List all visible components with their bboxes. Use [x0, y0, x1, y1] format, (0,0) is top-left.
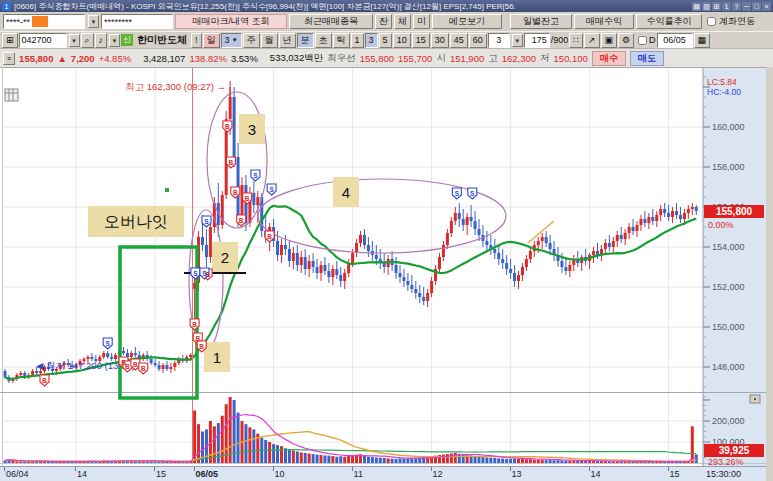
- balance-filter-button[interactable]: 잔: [375, 14, 392, 29]
- high-price: 162,300: [502, 53, 536, 64]
- chart-toolbar: ⊞ 042700 ▼ ⌕ ♪ ▼ 신 한미반도체 ! 일 3▼ 주 월 년 분 …: [0, 31, 773, 48]
- symbol-code-input[interactable]: 042700: [19, 33, 67, 48]
- svg-text:최고 162,300 (09:27) →: 최고 162,300 (09:27) →: [125, 81, 226, 92]
- price-change-pct: +4.85%: [99, 53, 132, 64]
- interval-dropdown-icon[interactable]: ▼: [512, 34, 523, 47]
- marker-letter: B: [229, 159, 234, 166]
- time-tick: [668, 467, 669, 471]
- svg-text:154,000: 154,000: [712, 242, 745, 252]
- svg-text:160,000: 160,000: [712, 122, 745, 132]
- svg-text:2: 2: [221, 249, 229, 266]
- memo-view-button[interactable]: 메모보기: [432, 14, 502, 29]
- minute-15-button[interactable]: 15: [412, 33, 430, 48]
- minimize-icon[interactable]: ─: [742, 2, 751, 11]
- trade-profit-button[interactable]: 매매수익: [574, 14, 634, 29]
- marker-letter: B: [225, 123, 230, 130]
- volume-value: 3,428,107: [143, 53, 185, 64]
- compare-icon[interactable]: ∷: [569, 33, 583, 48]
- unfilled-filter-button[interactable]: 미: [413, 14, 430, 29]
- buy-button[interactable]: 매수: [592, 51, 626, 66]
- layout-icon[interactable]: ⊞: [712, 2, 721, 11]
- minute-5-button[interactable]: 5: [379, 33, 392, 48]
- close-icon[interactable]: ×: [762, 2, 771, 11]
- password-input[interactable]: ********: [101, 14, 173, 29]
- time-axis[interactable]: 15:30:00 06/04141506/05101112131415: [0, 466, 766, 481]
- symbol-dropdown-icon[interactable]: ▼: [69, 34, 80, 47]
- time-tick: [510, 467, 511, 471]
- time-tick: [194, 467, 195, 471]
- svg-text:오버나잇: 오버나잇: [104, 213, 168, 230]
- svg-text:150,000: 150,000: [712, 322, 745, 332]
- recent-trades-button[interactable]: 최근매매종목: [289, 14, 373, 29]
- account-link-checkbox[interactable]: [707, 17, 716, 26]
- trade-amount: 533,032백만: [270, 52, 323, 65]
- new-listing-badge: 신: [121, 34, 133, 46]
- period-second-button[interactable]: 초: [315, 33, 332, 48]
- time-label: 12: [433, 469, 443, 479]
- settings-gear-icon[interactable]: ⚙: [618, 33, 634, 48]
- calendar-icon[interactable]: ▦: [694, 33, 711, 48]
- minute-3-button[interactable]: 3: [365, 33, 378, 48]
- time-label: 10: [275, 469, 285, 479]
- filled-filter-button[interactable]: 체: [394, 14, 411, 29]
- date-input[interactable]: 06/05: [657, 33, 693, 48]
- minute-1-button[interactable]: 1: [351, 33, 364, 48]
- period-day-button[interactable]: 일: [203, 33, 220, 48]
- minute-45-button[interactable]: 45: [450, 33, 468, 48]
- minute-30-button[interactable]: 30: [431, 33, 449, 48]
- group-1-icon[interactable]: 1: [722, 2, 731, 11]
- daily-balance-button[interactable]: 일별잔고: [510, 14, 572, 29]
- account-input[interactable]: ****-**: [3, 14, 85, 29]
- marker-letter: S: [193, 270, 198, 277]
- help-icon[interactable]: ?: [732, 2, 741, 11]
- time-tick: [154, 467, 155, 471]
- d-mode-label: D: [649, 35, 656, 45]
- time-label: 06/05: [196, 469, 219, 479]
- chart-area[interactable]: 최고 162,300 (09:27) →◀ 최저 147,200 (13:09)…: [0, 67, 773, 466]
- period-week-button[interactable]: 주: [243, 33, 260, 48]
- marker-letter: B: [141, 365, 146, 372]
- period-month-button[interactable]: 월: [261, 33, 278, 48]
- period-year-button[interactable]: 년: [279, 33, 296, 48]
- time-tick: [273, 467, 274, 471]
- marker-letter: S: [202, 270, 207, 277]
- time-tick: [75, 467, 76, 471]
- minute-10-button[interactable]: 10: [393, 33, 411, 48]
- marker-letter: B: [42, 377, 47, 384]
- trendline-icon[interactable]: ↗: [584, 33, 600, 48]
- account-dropdown-icon[interactable]: ▼: [88, 15, 99, 28]
- grip-icon[interactable]: ≡: [3, 52, 15, 65]
- sound-icon[interactable]: ♪: [95, 33, 108, 48]
- title-bar[interactable]: 1 [0606] 주식종합차트(매매내역) - KOSPI 외국인보유[12,2…: [0, 0, 773, 12]
- day-count-select[interactable]: 3▼: [221, 33, 242, 48]
- interval-select[interactable]: 3: [488, 33, 510, 48]
- account-toolbar: ****-** ▼ ******** 매매마크/내역 조회 최근매매종목 잔 체…: [0, 12, 773, 31]
- save-icon[interactable]: ▣: [601, 33, 618, 48]
- toolbar-icon[interactable]: ▤: [692, 2, 701, 11]
- marker-letter: S: [204, 218, 209, 225]
- minute-60-button[interactable]: 60: [469, 33, 487, 48]
- sound-dropdown-icon[interactable]: ▼: [109, 34, 120, 47]
- bar-count-input[interactable]: 175: [524, 33, 550, 48]
- best-ask: 155,800: [360, 53, 394, 64]
- yield-trend-button[interactable]: 수익률추이: [636, 14, 702, 29]
- time-tick: [431, 467, 432, 471]
- svg-text:39,925: 39,925: [719, 445, 750, 456]
- alert-button[interactable]: !: [191, 33, 202, 48]
- maximize-icon[interactable]: □: [752, 2, 761, 11]
- sell-button[interactable]: 매도: [630, 51, 664, 66]
- d-mode-checkbox[interactable]: [638, 36, 647, 45]
- marker-letter: B: [125, 363, 130, 370]
- symbol-name: 한미반도체: [134, 33, 190, 47]
- chart-window-icon[interactable]: ⊞: [2, 33, 18, 48]
- marker-letter: B: [239, 217, 244, 224]
- period-tick-button[interactable]: 틱: [333, 33, 350, 48]
- search-icon[interactable]: ⌕: [81, 33, 94, 48]
- marker-letter: B: [267, 233, 272, 240]
- trade-mark-inquiry-button[interactable]: 매매마크/내역 조회: [175, 14, 287, 29]
- period-minute-button[interactable]: 분: [297, 33, 314, 48]
- high-label: 고: [488, 52, 498, 65]
- svg-text:158,000: 158,000: [712, 162, 745, 172]
- marker-letter: B: [192, 321, 197, 328]
- dropdown-icon[interactable]: ▥: [702, 2, 711, 11]
